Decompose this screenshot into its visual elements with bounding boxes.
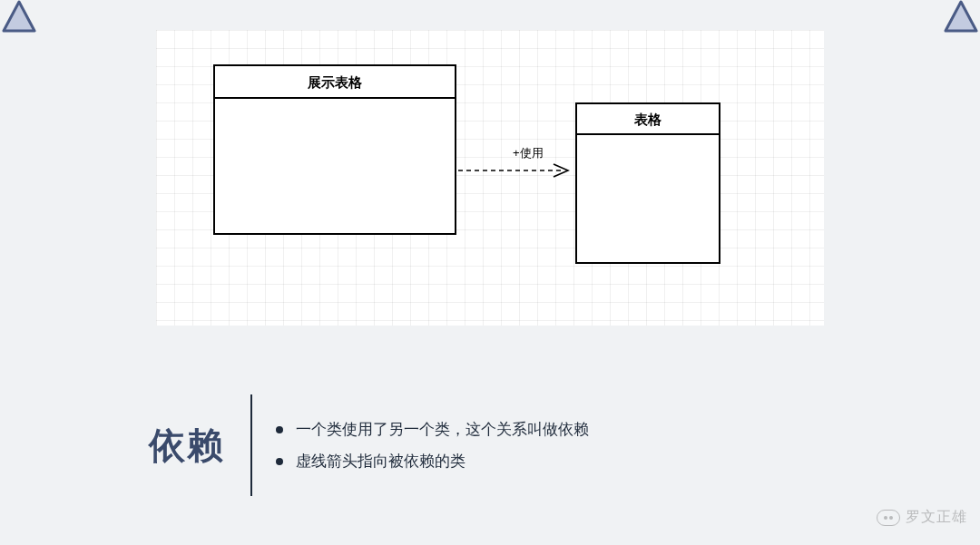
arrow-label: +使用 [513,145,544,161]
watermark: 罗文正雄 [877,508,967,527]
uml-class-box-right: 表格 [575,102,720,264]
bullet-list: 一个类使用了另一个类，这个关系叫做依赖 虚线箭头指向被依赖的类 [252,410,589,481]
bullet-item: 虚线箭头指向被依赖的类 [276,449,589,473]
bullet-item: 一个类使用了另一个类，这个关系叫做依赖 [276,417,589,442]
uml-class-title: 展示表格 [215,66,455,99]
info-section: 依赖 一个类使用了另一个类，这个关系叫做依赖 虚线箭头指向被依赖的类 [149,394,589,496]
wechat-icon [877,510,900,526]
triangle-icon [942,0,980,38]
uml-class-box-left: 展示表格 [213,64,456,235]
svg-marker-1 [946,2,976,31]
uml-class-title: 表格 [577,104,719,135]
section-title: 依赖 [149,421,250,471]
slide: 展示表格 表格 +使用 依赖 一个类使用了另一个类，这个关系叫做依赖 虚线箭头指… [0,0,980,545]
watermark-text: 罗文正雄 [906,508,967,527]
triangle-icon [0,0,38,38]
uml-diagram: 展示表格 表格 +使用 [156,30,824,326]
svg-marker-0 [4,2,34,31]
